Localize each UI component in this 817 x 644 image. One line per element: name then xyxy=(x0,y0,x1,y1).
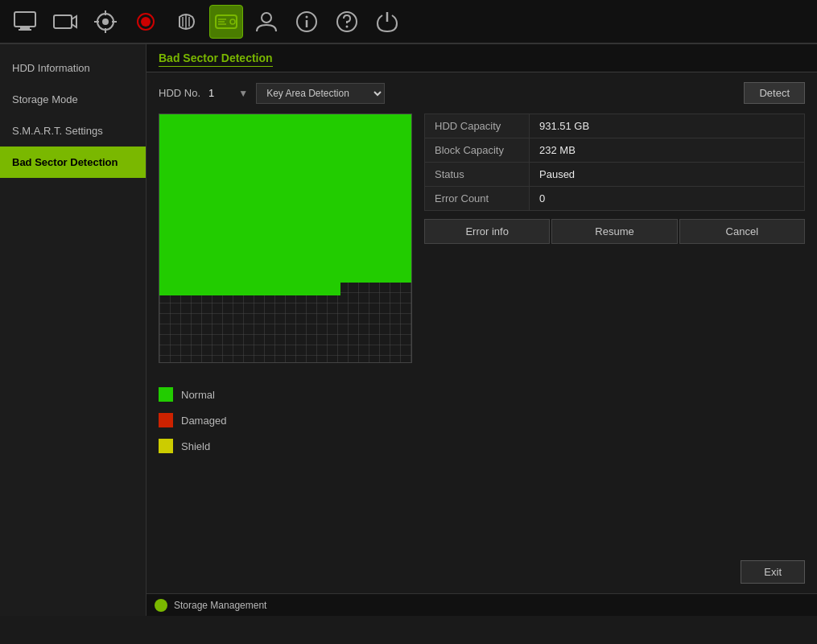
exit-button[interactable]: Exit xyxy=(741,560,805,584)
main-layout: HDD Information Storage Mode S.M.A.R.T. … xyxy=(0,44,817,616)
action-buttons: Error info Resume Cancel xyxy=(424,219,805,244)
block-capacity-value: 232 MB xyxy=(530,138,805,163)
shield-color-swatch xyxy=(159,439,173,453)
legend-shield: Shield xyxy=(159,439,412,453)
hdd-capacity-label: HDD Capacity xyxy=(425,114,530,138)
block-capacity-row: Block Capacity 232 MB xyxy=(425,138,805,163)
audio-icon[interactable] xyxy=(169,5,203,39)
error-count-value: 0 xyxy=(530,187,805,211)
svg-rect-1 xyxy=(20,27,30,29)
status-text: Storage Management xyxy=(174,600,266,611)
sidebar-item-smart-settings[interactable]: S.M.A.R.T. Settings xyxy=(0,115,146,147)
svg-rect-2 xyxy=(19,29,31,31)
ptz-icon[interactable] xyxy=(89,5,122,39)
svg-point-21 xyxy=(262,13,271,23)
status-bar: Storage Management xyxy=(146,593,817,616)
help-icon[interactable] xyxy=(330,5,364,39)
hdd-label: HDD No. xyxy=(159,87,200,99)
detection-area: Normal Damaged Shield xyxy=(159,114,805,453)
toolbar xyxy=(0,0,817,44)
svg-point-12 xyxy=(141,17,151,27)
legend-damaged: Damaged xyxy=(159,413,412,427)
sidebar-item-storage-mode[interactable]: Storage Mode xyxy=(0,84,146,115)
info-panel: HDD Capacity 931.51 GB Block Capacity 23… xyxy=(424,114,805,453)
sector-grid-container: Normal Damaged Shield xyxy=(159,114,412,453)
detection-type-dropdown[interactable]: Key Area Detection xyxy=(256,83,385,104)
svg-point-6 xyxy=(102,19,109,25)
content-area: Bad Sector Detection HDD No. 1 ▼ Key Are… xyxy=(146,44,817,616)
sidebar-item-hdd-information[interactable]: HDD Information xyxy=(0,52,146,84)
user-icon[interactable] xyxy=(250,5,283,39)
dropdown-arrow: ▼ xyxy=(238,88,248,99)
info-table: HDD Capacity 931.51 GB Block Capacity 23… xyxy=(424,114,805,211)
sidebar: HDD Information Storage Mode S.M.A.R.T. … xyxy=(0,44,146,616)
error-count-row: Error Count 0 xyxy=(425,187,805,211)
normal-sector-area xyxy=(159,114,411,283)
detect-button[interactable]: Detect xyxy=(744,82,805,104)
status-row: Status Paused xyxy=(425,163,805,187)
svg-point-17 xyxy=(230,19,235,24)
normal-color-swatch xyxy=(159,387,173,402)
hdd-selector-row: HDD No. 1 ▼ Key Area Detection Detect xyxy=(159,82,805,104)
status-value: Paused xyxy=(530,163,805,187)
sidebar-item-bad-sector-detection[interactable]: Bad Sector Detection xyxy=(0,147,146,178)
record-icon[interactable] xyxy=(129,5,163,39)
monitor-icon[interactable] xyxy=(8,5,42,39)
damaged-color-swatch xyxy=(159,413,173,427)
content-inner: HDD No. 1 ▼ Key Area Detection Detect xyxy=(146,72,817,612)
page-title-bar: Bad Sector Detection xyxy=(146,44,817,72)
cancel-button[interactable]: Cancel xyxy=(679,219,805,244)
hdd-value: 1 xyxy=(208,87,214,99)
block-capacity-label: Block Capacity xyxy=(425,138,530,163)
error-info-button[interactable]: Error info xyxy=(424,219,550,244)
svg-rect-0 xyxy=(14,12,35,27)
legend: Normal Damaged Shield xyxy=(159,387,412,453)
page-title: Bad Sector Detection xyxy=(159,52,273,67)
power-icon[interactable] xyxy=(370,5,404,39)
hdd-icon[interactable] xyxy=(209,5,243,39)
status-indicator xyxy=(155,599,167,612)
info-icon[interactable] xyxy=(290,5,324,39)
resume-button[interactable]: Resume xyxy=(551,219,677,244)
shield-label: Shield xyxy=(181,440,210,452)
legend-normal: Normal xyxy=(159,387,412,402)
camera-icon[interactable] xyxy=(48,5,82,39)
damaged-label: Damaged xyxy=(181,415,226,427)
svg-rect-3 xyxy=(54,15,72,28)
svg-point-24 xyxy=(306,15,308,18)
normal-sector-partial xyxy=(159,283,340,295)
hdd-capacity-value: 931.51 GB xyxy=(530,114,805,138)
status-label: Status xyxy=(425,163,530,187)
normal-label: Normal xyxy=(181,389,215,401)
sector-canvas xyxy=(159,114,412,363)
svg-point-26 xyxy=(346,25,349,27)
hdd-capacity-row: HDD Capacity 931.51 GB xyxy=(425,114,805,138)
error-count-label: Error Count xyxy=(425,187,530,211)
